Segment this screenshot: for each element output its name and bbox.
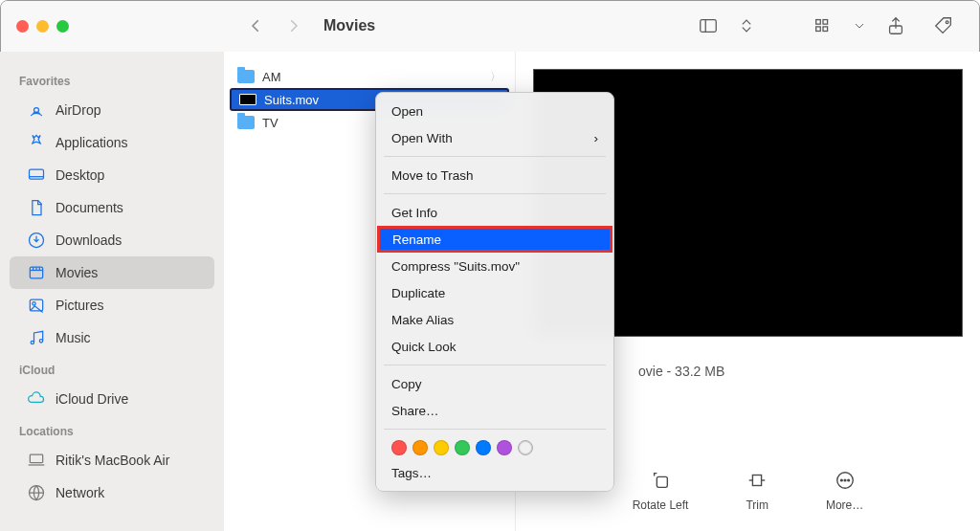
traffic-lights xyxy=(16,20,69,33)
context-menu-open-with[interactable]: Open With› xyxy=(376,124,613,151)
svg-point-19 xyxy=(31,341,33,343)
chevron-right-icon: › xyxy=(594,131,599,145)
svg-rect-3 xyxy=(823,20,828,25)
sidebar-item-pictures[interactable]: Pictures xyxy=(10,289,214,321)
context-menu-compress[interactable]: Compress "Suits.mov" xyxy=(376,253,613,279)
sidebar-heading-locations: Locations xyxy=(0,415,224,444)
back-button[interactable] xyxy=(241,11,270,40)
sidebar-item-label: Network xyxy=(56,485,104,500)
context-menu-tags[interactable]: Tags… xyxy=(376,459,613,486)
svg-point-7 xyxy=(946,21,948,24)
view-options-button[interactable] xyxy=(804,12,842,39)
tag-yellow[interactable] xyxy=(434,440,449,455)
svg-point-20 xyxy=(39,340,42,343)
context-menu-rename[interactable]: Rename xyxy=(377,226,612,253)
svg-rect-9 xyxy=(30,169,44,179)
action-rotate-left[interactable]: Rotate Left xyxy=(633,470,689,512)
sidebar-item-label: iCloud Drive xyxy=(56,391,128,407)
sidebar-item-macbook[interactable]: Ritik's MacBook Air xyxy=(10,444,214,476)
sidebar-item-label: Desktop xyxy=(56,167,104,183)
sidebar-item-music[interactable]: Music xyxy=(10,321,214,354)
tag-red[interactable] xyxy=(391,440,407,455)
svg-point-18 xyxy=(33,302,35,305)
context-menu-open[interactable]: Open xyxy=(376,98,613,124)
chevron-right-icon: 〉 xyxy=(490,69,501,85)
svg-point-29 xyxy=(844,479,846,481)
share-button[interactable] xyxy=(877,12,915,39)
svg-point-28 xyxy=(840,479,842,481)
sidebar: Favorites AirDrop Applications Desktop D… xyxy=(0,52,224,531)
nav-area: Movies xyxy=(224,0,980,52)
file-name: Suits.mov xyxy=(264,93,319,107)
sidebar-item-label: Documents xyxy=(56,200,123,215)
sidebar-item-documents[interactable]: Documents xyxy=(10,191,214,224)
sidebar-item-desktop[interactable]: Desktop xyxy=(10,159,214,191)
chevron-down-icon[interactable] xyxy=(852,12,867,39)
sidebar-item-applications[interactable]: Applications xyxy=(10,126,214,159)
window-title: Movies xyxy=(323,17,375,34)
svg-rect-5 xyxy=(823,27,828,32)
context-menu-get-info[interactable]: Get Info xyxy=(376,199,613,226)
sidebar-item-airdrop[interactable]: AirDrop xyxy=(10,94,214,126)
sidebar-heading-icloud: iCloud xyxy=(0,354,224,383)
svg-rect-23 xyxy=(657,476,667,487)
tag-green[interactable] xyxy=(455,440,470,455)
separator xyxy=(384,365,606,365)
context-menu-tag-colors xyxy=(376,434,613,459)
folder-icon xyxy=(237,116,255,129)
sidebar-expand-icon[interactable] xyxy=(737,12,756,39)
action-more[interactable]: More… xyxy=(826,470,863,512)
movie-thumbnail-icon xyxy=(239,94,256,105)
context-menu: Open Open With› Move to Trash Get Info R… xyxy=(375,92,614,492)
tag-purple[interactable] xyxy=(497,440,512,455)
tag-orange[interactable] xyxy=(412,440,428,455)
separator xyxy=(384,429,606,430)
action-label: Rotate Left xyxy=(633,498,689,512)
sidebar-item-icloud-drive[interactable]: iCloud Drive xyxy=(10,383,214,415)
svg-rect-4 xyxy=(816,27,821,32)
context-menu-quick-look[interactable]: Quick Look xyxy=(376,333,613,360)
svg-rect-24 xyxy=(753,476,762,486)
svg-point-30 xyxy=(847,479,849,481)
context-menu-share[interactable]: Share… xyxy=(376,397,613,424)
sidebar-heading-favorites: Favorites xyxy=(0,65,224,94)
separator xyxy=(384,156,606,157)
tag-none[interactable] xyxy=(518,440,533,455)
svg-rect-21 xyxy=(30,454,42,462)
separator xyxy=(384,193,606,194)
close-icon[interactable] xyxy=(16,20,29,33)
minimize-icon[interactable] xyxy=(36,20,49,33)
sidebar-item-label: Ritik's MacBook Air xyxy=(56,453,169,468)
sidebar-item-label: Music xyxy=(56,330,91,345)
action-trim[interactable]: Trim xyxy=(746,470,768,512)
context-menu-duplicate[interactable]: Duplicate xyxy=(376,279,613,306)
sidebar-item-label: Movies xyxy=(56,265,98,280)
sidebar-item-label: Downloads xyxy=(56,232,122,248)
svg-rect-0 xyxy=(701,20,717,33)
forward-button[interactable] xyxy=(279,11,308,40)
file-name: AM xyxy=(262,70,281,84)
folder-icon xyxy=(237,70,255,83)
toggle-sidebar-button[interactable] xyxy=(689,12,727,39)
action-label: More… xyxy=(826,498,863,512)
context-menu-copy[interactable]: Copy xyxy=(376,370,613,397)
sidebar-item-downloads[interactable]: Downloads xyxy=(10,224,214,256)
context-menu-move-to-trash[interactable]: Move to Trash xyxy=(376,162,613,188)
svg-rect-2 xyxy=(816,20,821,25)
sidebar-item-network[interactable]: Network xyxy=(10,476,214,509)
sidebar-item-movies[interactable]: Movies xyxy=(10,256,214,289)
file-name: TV xyxy=(262,116,278,130)
file-row-folder[interactable]: AM 〉 xyxy=(224,65,515,88)
tags-button[interactable] xyxy=(924,12,963,39)
context-menu-make-alias[interactable]: Make Alias xyxy=(376,306,613,333)
zoom-icon[interactable] xyxy=(56,20,69,33)
sidebar-item-label: AirDrop xyxy=(56,102,100,118)
action-label: Trim xyxy=(746,498,768,512)
tag-blue[interactable] xyxy=(476,440,491,455)
sidebar-item-label: Pictures xyxy=(56,298,104,313)
sidebar-item-label: Applications xyxy=(56,135,128,150)
